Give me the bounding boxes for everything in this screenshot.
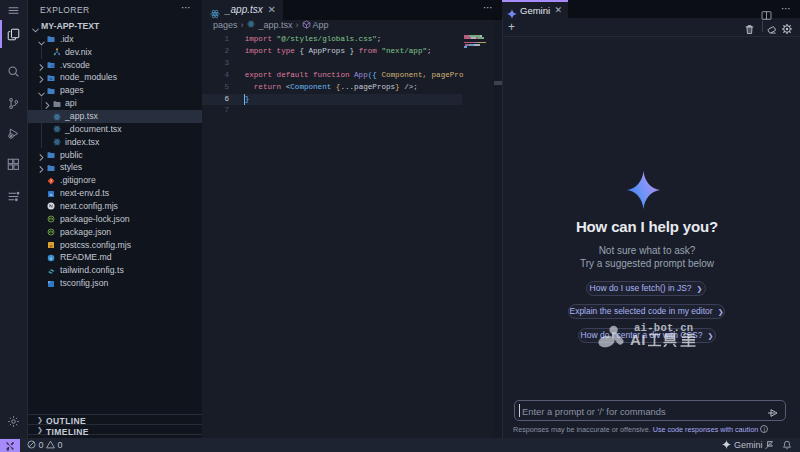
svg-text:ts: ts <box>50 192 53 196</box>
svg-text:p: p <box>50 244 52 248</box>
